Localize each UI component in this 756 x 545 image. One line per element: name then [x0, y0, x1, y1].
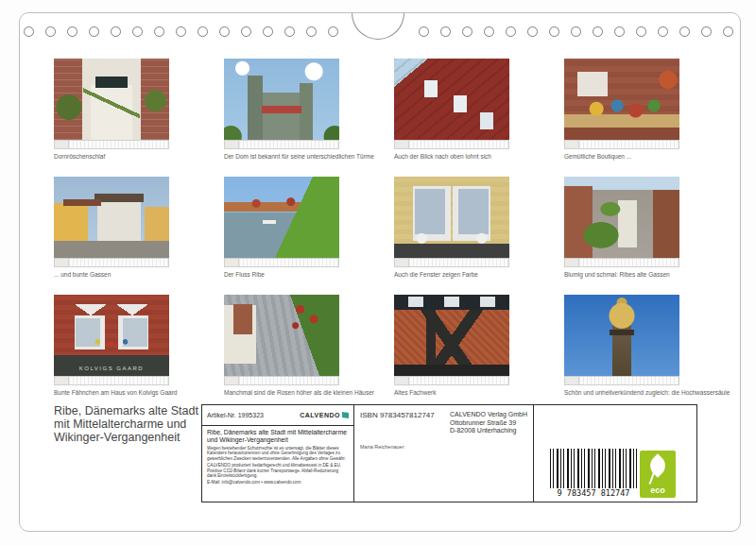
- photo-caption: Gemütliche Boutiquen ...: [564, 153, 679, 160]
- mini-calendar-strip: [564, 376, 679, 385]
- mini-calendar-strip: [394, 376, 509, 385]
- punch-hole: [484, 26, 494, 37]
- legal-text-2: CALVENDO produziert bedarfsgerecht und k…: [207, 463, 349, 478]
- punch-hole: [506, 26, 516, 37]
- photo-caption: Blumig und schmal: Ribes alte Gassen: [564, 271, 679, 278]
- photo-flower-alley: [564, 177, 679, 258]
- punch-hole: [219, 26, 230, 37]
- punch-hole: [263, 26, 273, 37]
- isbn-number: ISBN 9783457812747: [360, 411, 435, 435]
- punch-hole: [176, 26, 186, 37]
- box-title: Ribe, Dänemarks alte Stadt mit Mittelalt…: [207, 429, 349, 444]
- month-thumb-10: Manchmal sind die Rosen höher als die kl…: [224, 295, 339, 413]
- punch-hole: [111, 26, 121, 37]
- punch-hole: [440, 26, 451, 37]
- photo-caption: ... und bunte Gassen: [54, 271, 169, 278]
- barcode-box: 9 783457 812747 eco: [533, 404, 697, 502]
- punch-hole: [306, 26, 317, 37]
- photo-river: [224, 177, 339, 258]
- punch-hole: [679, 26, 690, 37]
- contact-line: E-Mail: info@calvendo.com • www.calvendo…: [207, 480, 349, 485]
- photo-caption: Der Fluss Ribe: [224, 271, 339, 278]
- legal-text-1: Wegen bestehender Schutzrechte ist es un…: [207, 446, 349, 461]
- punch-hole: [527, 26, 538, 37]
- month-thumb-5: ... und bunte Gassen: [54, 177, 169, 295]
- mini-calendar-strip: [564, 140, 679, 149]
- mini-calendar-strip: [54, 376, 169, 385]
- eco-logo: eco: [640, 451, 676, 498]
- photo-kolvigs-gaard: KOLVIGS GAARD: [54, 295, 169, 376]
- isbn-publisher-box: ISBN 9783457812747 CALVENDO Verlag GmbH …: [353, 404, 534, 502]
- photo-caption: Bunte Fähnchen am Haus von Kolvigs Gaard: [54, 389, 169, 396]
- punch-hole: [45, 26, 56, 37]
- photo-caption: Auch die Fenster zeigen Farbe: [394, 271, 509, 278]
- thumbnail-grid: Dornröschenschlaf Der Dom ist bekannt fü…: [54, 59, 738, 413]
- month-thumb-2: Der Dom ist bekannt für seine unterschie…: [224, 59, 339, 177]
- punch-hole: [636, 26, 646, 37]
- punch-hole: [24, 26, 34, 37]
- photo-caption: Auch der Blick nach oben lohnt sich: [394, 153, 509, 160]
- mini-calendar-strip: [394, 258, 509, 267]
- calendar-back-page: { "months": [ {"caption": "Dornröschensc…: [0, 0, 756, 545]
- mini-calendar-strip: [224, 140, 339, 149]
- month-thumb-4: Gemütliche Boutiquen ...: [564, 59, 679, 177]
- punch-hole: [419, 26, 429, 37]
- leaf-icon: [645, 453, 669, 477]
- calendar-title: Ribe, Dänemarks alte Stadt mit Mittelalt…: [54, 404, 203, 444]
- photo-cathedral: [224, 59, 339, 140]
- author-name: Maria Reichenauer: [360, 444, 527, 450]
- publisher-address: CALVENDO Verlag GmbH Ottobrunner Straße …: [450, 411, 527, 435]
- photo-yellow-houses-street: [54, 177, 169, 258]
- mini-calendar-strip: [394, 140, 509, 149]
- punch-hole: [198, 26, 208, 37]
- month-thumb-7: Auch die Fenster zeigen Farbe: [394, 177, 509, 295]
- month-thumb-11: Altes Fachwerk: [394, 295, 509, 413]
- month-thumb-6: Der Fluss Ribe: [224, 177, 339, 295]
- punch-hole: [328, 26, 338, 37]
- mini-calendar-strip: [224, 258, 339, 267]
- punch-hole: [89, 26, 99, 37]
- calvendo-logo: CALVENDO: [300, 412, 349, 418]
- punch-hole: [132, 26, 143, 37]
- photo-flood-column: [564, 295, 679, 376]
- punch-hole: [701, 26, 712, 37]
- photo-windows-yellow-wall: [394, 177, 509, 258]
- mini-calendar-strip: [224, 376, 339, 385]
- photo-pottery-shop: [564, 59, 679, 140]
- photo-caption: Schön und unheilverkündend zugleich: die…: [564, 389, 679, 396]
- photo-rose-alley: [224, 295, 339, 376]
- punch-hole: [462, 26, 472, 37]
- punch-hole: [284, 26, 295, 37]
- photo-caption: Der Dom ist bekannt für seine unterschie…: [224, 153, 339, 160]
- punch-hole: [614, 26, 625, 37]
- punch-hole: [67, 26, 77, 37]
- punch-hole: [154, 26, 164, 37]
- article-info-box: Artikel-Nr. 1995323 CALVENDO Ribe, Dänem…: [201, 404, 354, 502]
- month-thumb-9: KOLVIGS GAARD Bunte Fähnchen am Haus von…: [54, 295, 169, 413]
- mini-calendar-strip: [54, 258, 169, 267]
- photo-caption: Altes Fachwerk: [394, 389, 509, 396]
- kolvigs-gaard-sign: KOLVIGS GAARD: [54, 366, 169, 371]
- article-number: Artikel-Nr. 1995323: [207, 412, 264, 418]
- photo-red-facade: [394, 59, 509, 140]
- barcode-digits: 9 783457 812747: [543, 488, 644, 498]
- month-thumb-8: Blumig und schmal: Ribes alte Gassen: [564, 177, 679, 295]
- calvendo-mark-icon: [342, 412, 349, 418]
- punch-hole: [571, 26, 581, 37]
- punch-hole: [723, 26, 733, 37]
- mini-calendar-strip: [564, 258, 679, 267]
- mini-calendar-strip: [54, 140, 169, 149]
- photo-door-with-roses: [54, 59, 169, 140]
- photo-half-timbered-wall: [394, 295, 509, 376]
- punch-hole: [549, 26, 559, 37]
- punch-hole: [241, 26, 251, 37]
- punch-hole: [593, 26, 603, 37]
- punch-hole: [658, 26, 668, 37]
- photo-caption: Dornröschenschlaf: [54, 153, 169, 160]
- eco-label: eco: [640, 485, 676, 495]
- month-thumb-1: Dornröschenschlaf: [54, 59, 169, 177]
- ean-barcode: [550, 449, 637, 488]
- photo-caption: Manchmal sind die Rosen höher als die kl…: [224, 389, 339, 396]
- month-thumb-3: Auch der Blick nach oben lohnt sich: [394, 59, 509, 177]
- month-thumb-12: Schön und unheilverkündend zugleich: die…: [564, 295, 679, 413]
